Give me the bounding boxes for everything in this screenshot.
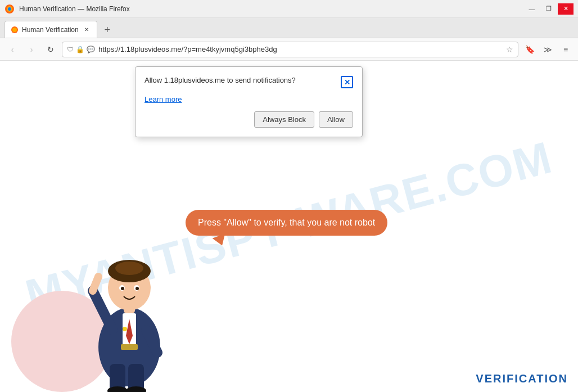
extensions-button[interactable]: ≫ [540,42,556,57]
content-area: MYANTISPY WARE.COM [0,61,578,392]
tab-label: Human Verification [22,26,79,34]
url-text: https://1.18plusvideos.me/?p=me4tkyjvmq5… [98,45,503,53]
svg-point-22 [136,287,139,290]
urlbar[interactable]: 🛡 🔒 💬 https://1.18plusvideos.me/?p=me4tk… [62,42,518,57]
svg-rect-23 [121,344,138,350]
new-tab-button[interactable]: + [100,22,115,38]
svg-line-13 [93,277,98,291]
pocket-button[interactable]: 🔖 [522,42,538,57]
svg-point-4 [12,28,17,32]
speech-bubble: Press "Allow" to verify, that you are no… [186,210,387,236]
navbar: ‹ › ↻ 🛡 🔒 💬 https://1.18plusvideos.me/?p… [0,38,578,61]
nav-right-buttons: 🔖 ≫ ≡ [522,42,574,57]
svg-point-21 [121,287,124,290]
bubble-icon: 💬 [87,46,95,53]
tabbar: Human Verification ✕ + [0,18,578,38]
speech-bubble-text: Press "Allow" to verify, that you are no… [198,218,375,227]
lock-icon: 🔒 [76,46,84,53]
restore-button[interactable]: ❐ [541,3,557,15]
svg-point-18 [115,262,143,275]
notification-popup: Allow 1.18plusvideos.me to send notifica… [135,66,363,137]
urlbar-security-icons: 🛡 🔒 💬 [67,46,95,53]
menu-button[interactable]: ≡ [558,42,574,57]
tab-close-button[interactable]: ✕ [82,25,91,34]
back-button[interactable]: ‹ [4,42,20,57]
allow-button[interactable]: Allow [319,111,353,128]
shield-icon: 🛡 [67,46,74,53]
tab-favicon-icon [11,26,19,34]
titlebar-controls: — ❐ ✕ [524,3,574,15]
svg-line-12 [93,291,112,330]
verification-label: VERIFICATION [476,372,568,385]
active-tab[interactable]: Human Verification ✕ [4,21,97,38]
popup-close-button[interactable]: ✕ [341,76,353,88]
popup-question-text: Allow 1.18plusvideos.me to send notifica… [144,76,341,84]
firefox-logo-icon [4,4,15,14]
svg-point-2 [8,7,11,11]
forward-button[interactable]: › [24,42,39,57]
close-button[interactable]: ✕ [558,3,574,15]
popup-header: Allow 1.18plusvideos.me to send notifica… [144,76,353,88]
svg-point-24 [123,327,127,331]
minimize-button[interactable]: — [524,3,540,15]
titlebar: Human Verification — Mozilla Firefox — ❐… [0,0,578,18]
character-svg [67,178,191,392]
titlebar-title: Human Verification — Mozilla Firefox [19,5,130,13]
refresh-button[interactable]: ↻ [43,42,58,57]
learn-more-link[interactable]: Learn more [144,95,182,103]
bookmark-star-icon[interactable]: ☆ [506,45,513,54]
popup-buttons: Always Block Allow [144,111,353,128]
character-illustration [67,178,191,392]
always-block-button[interactable]: Always Block [254,111,314,128]
titlebar-left: Human Verification — Mozilla Firefox [4,4,130,14]
